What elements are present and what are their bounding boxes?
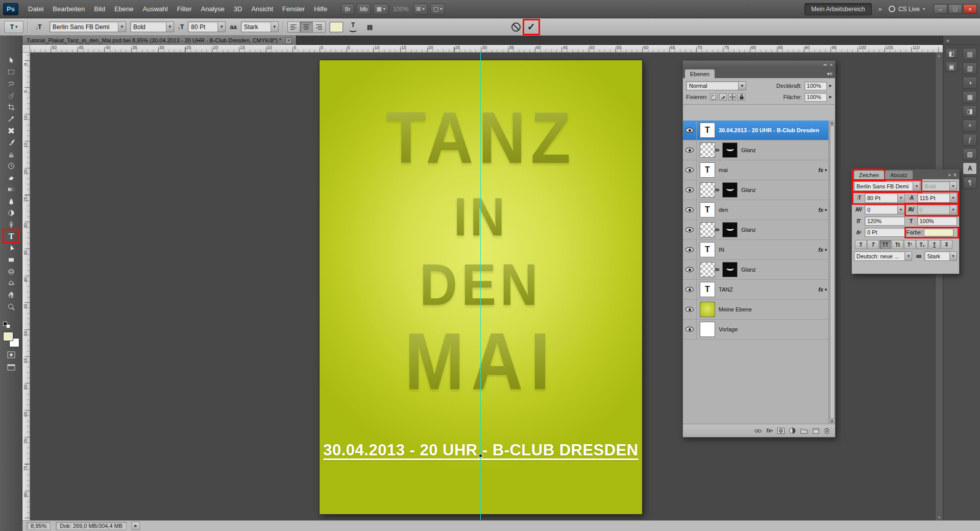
layer-fx-badge[interactable]: fx▾ [818, 167, 827, 173]
cs-live-dropdown[interactable]: CS Live ▾ [889, 6, 925, 13]
layer-row-4[interactable]: Tdenfx▾ [683, 200, 835, 220]
dock-panel-icon-5[interactable]: + [963, 119, 977, 132]
dodge-tool[interactable] [0, 207, 22, 219]
dock-panel-icon-0[interactable]: ▤ [963, 48, 977, 60]
char-style-button-4[interactable]: T¹ [904, 240, 916, 249]
font-style-dropdown[interactable]: Bold ▼ [130, 21, 174, 32]
layer-fx-badge[interactable]: fx▾ [818, 286, 827, 293]
font-size-dropdown[interactable]: 80 Pt ▼ [188, 21, 226, 32]
text-color-swatch[interactable] [330, 22, 343, 32]
layer-thumbnail[interactable]: T [700, 162, 715, 178]
fill-field[interactable]: 100% [804, 93, 827, 102]
layer-row-3[interactable]: 8Glanz [683, 180, 835, 200]
scroll-up-icon[interactable]: ▲ [830, 121, 834, 125]
layer-row-5[interactable]: 8Glanz [683, 220, 835, 240]
dock-panel-icon-9[interactable]: ¶ [963, 177, 977, 189]
layer-row-10[interactable]: Vorlage [683, 320, 835, 340]
screen-mode-icon[interactable] [6, 363, 17, 372]
shape-tool[interactable] [0, 254, 22, 266]
layer-thumbnail[interactable]: T [700, 123, 715, 138]
char-baseline-shift-field[interactable]: 0 Pt [865, 228, 905, 237]
panel-menu-icon[interactable]: ≡ [953, 172, 957, 178]
document-tab[interactable]: Tutorial_Plakat_Tanz_in_den_Mai.psd bei … [22, 36, 297, 45]
layer-fx-badge[interactable]: fx▾ [818, 247, 827, 253]
layer-row-6[interactable]: TINfx▾ [683, 240, 835, 260]
layer-visibility-toggle[interactable] [683, 140, 697, 160]
menu-item-analyse[interactable]: Analyse [197, 4, 229, 14]
menu-item-ansicht[interactable]: Ansicht [247, 4, 278, 14]
layer-row-0[interactable]: T30.04.2013 - 20 UHR - B-Club Dresden [683, 120, 835, 140]
char-vertical-scale-field[interactable]: 120% [865, 216, 905, 226]
eyedropper-tool[interactable] [0, 113, 22, 125]
cancel-edits-button[interactable] [511, 22, 521, 32]
layers-scrollbar[interactable]: ▲ ▼ [828, 120, 835, 424]
layer-visibility-toggle[interactable] [683, 320, 697, 339]
workspace-overflow-chevrons[interactable]: » [878, 5, 882, 13]
layer-visibility-toggle[interactable] [683, 160, 697, 180]
opacity-popup-icon[interactable]: ▶ [829, 84, 832, 88]
type-tool-preset-dropdown[interactable]: T▾ [4, 21, 23, 33]
tab-ebenen[interactable]: Ebenen [685, 69, 715, 78]
menu-item-ebene[interactable]: Ebene [110, 4, 138, 14]
menu-item-fenster[interactable]: Fenster [278, 4, 309, 14]
path-selection-tool[interactable] [0, 242, 22, 254]
collapse-panel-icon[interactable]: » [948, 172, 951, 178]
screen-mode-button[interactable]: ▢▾ [430, 4, 445, 15]
align-left-button[interactable] [287, 21, 300, 33]
layer-visibility-toggle[interactable] [683, 200, 697, 220]
opacity-field[interactable]: 100% [804, 82, 827, 90]
char-horizontal-scale-field[interactable]: 100% [917, 216, 958, 226]
panel-menu-icon[interactable]: ▾≡ [827, 71, 832, 77]
scroll-down-icon[interactable]: ▼ [830, 420, 834, 423]
char-style-button-2[interactable]: TT [879, 240, 891, 249]
marquee-tool[interactable] [0, 66, 22, 78]
fill-popup-icon[interactable]: ▶ [829, 95, 832, 99]
char-leading-dropdown[interactable]: 115 Pt ▼ [917, 193, 958, 203]
dock-small-icon-1[interactable]: ▣ [945, 61, 958, 72]
3d-object-rotate-tool[interactable] [0, 266, 22, 277]
blend-mode-dropdown[interactable]: Normal ▼ [686, 81, 746, 90]
layer-visibility-toggle[interactable] [683, 280, 697, 299]
pen-tool[interactable] [0, 219, 22, 230]
foreground-color-swatch[interactable] [3, 332, 13, 341]
layer-visibility-toggle[interactable] [683, 300, 697, 319]
layer-thumbnail[interactable]: T [700, 202, 715, 218]
layer-visibility-toggle[interactable] [683, 260, 697, 279]
tab-close-icon[interactable]: × [285, 37, 292, 44]
healing-brush-tool[interactable] [0, 125, 22, 136]
close-button[interactable]: × [963, 4, 977, 14]
arrange-documents-button[interactable]: ⊞▾ [413, 4, 428, 15]
zoom-percent-field[interactable]: 8,95% [27, 522, 51, 530]
menu-item-bearbeiten[interactable]: Bearbeiten [48, 4, 89, 14]
menu-item-filter[interactable]: Filter [173, 4, 197, 14]
lock-position-icon[interactable] [728, 93, 736, 101]
text-orientation-icon[interactable]: ↕T [32, 21, 45, 33]
dock-panel-icon-7[interactable]: ▧ [963, 148, 977, 160]
toggle-panels-icon[interactable]: ▤ [363, 21, 377, 33]
close-panel-icon[interactable]: × [830, 62, 832, 67]
char-tracking-dropdown[interactable]: 0 ▼ [917, 205, 958, 214]
layer-thumbnail[interactable] [722, 262, 738, 277]
menu-item-datei[interactable]: Datei [23, 4, 48, 14]
layer-thumbnail[interactable]: T [700, 282, 715, 297]
quick-selection-tool[interactable] [0, 89, 22, 101]
zoom-tool[interactable] [0, 301, 22, 312]
dock-panel-icon-8[interactable]: A [963, 162, 977, 175]
workspace-button[interactable]: Mein Arbeitsbereich [804, 3, 871, 15]
layer-thumbnail[interactable] [722, 142, 738, 158]
layer-visibility-toggle[interactable] [683, 240, 697, 259]
canvas-vertical-scrollbar[interactable]: ▲▼ [935, 53, 943, 520]
layer-row-9[interactable]: Meine Ebene [683, 300, 835, 320]
mini-bridge-button[interactable]: Mb [357, 4, 371, 15]
clone-stamp-tool[interactable] [0, 148, 22, 160]
commit-edits-button[interactable]: ✓ [525, 21, 538, 33]
new-layer-icon[interactable] [813, 428, 819, 434]
menu-item-hilfe[interactable]: Hilfe [309, 4, 332, 14]
adjustment-layer-icon[interactable] [789, 427, 796, 434]
layer-thumbnail[interactable] [700, 182, 715, 198]
layer-fx-badge[interactable]: fx▾ [818, 207, 827, 213]
restore-button[interactable]: □ [948, 4, 962, 14]
3d-camera-rotate-tool[interactable] [0, 277, 22, 289]
lasso-tool[interactable] [0, 78, 22, 89]
dock-panel-icon-6[interactable]: ƒ [963, 134, 977, 146]
